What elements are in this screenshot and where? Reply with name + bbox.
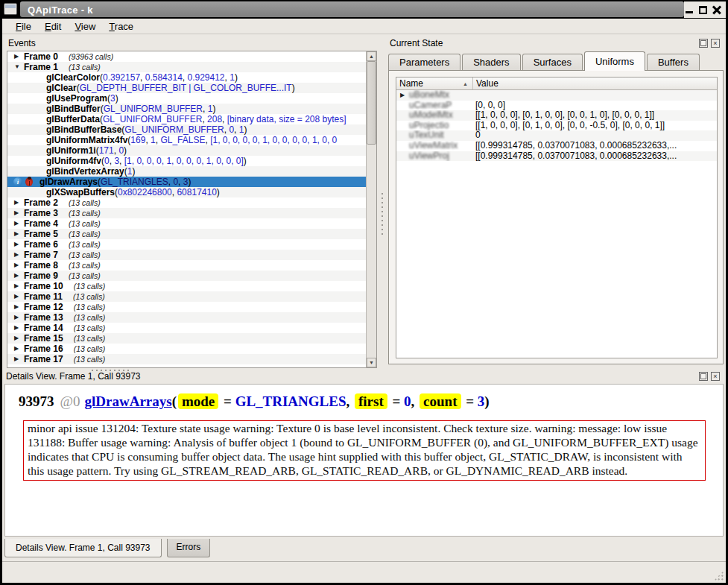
vertical-splitter[interactable] <box>381 192 384 236</box>
uniform-row[interactable]: uModelMtx[[1, 0, 0, 0], [0, 1, 0, 0], [0… <box>396 110 717 121</box>
events-panel: Events ▶Frame 0(93963 calls)▼Frame 1(13 … <box>4 35 377 368</box>
call-function-link[interactable]: glDrawArrays <box>85 393 172 409</box>
expand-arrow-icon[interactable]: ▶ <box>14 218 24 229</box>
tree-row-frame[interactable]: ▶Frame 16(13 calls) <box>7 344 366 354</box>
tree-row-frame[interactable]: ▶Frame 8(13 calls) <box>7 260 366 271</box>
tree-row-frame[interactable]: ▶Frame 14(13 calls) <box>7 323 366 333</box>
uniforms-table-header: Name ▲ Value <box>396 78 717 90</box>
uniform-name-blurred: uViewProj <box>409 151 449 162</box>
tree-row-call[interactable]: iglDrawArrays(GL_TRIANGLES, 0, 3) <box>7 177 366 187</box>
column-header-value[interactable]: Value <box>473 78 501 89</box>
call-function-name: glDrawArrays <box>39 177 98 187</box>
tree-row-call[interactable]: glUniform1i(171, 0) <box>7 145 366 156</box>
tab-shaders[interactable]: Shaders <box>462 54 520 71</box>
tree-row-frame[interactable]: ▶Frame 15(13 calls) <box>7 333 366 344</box>
expand-arrow-icon[interactable]: ▶ <box>14 344 24 354</box>
expand-arrow-icon[interactable]: ▶ <box>14 302 24 312</box>
tree-row-frame[interactable]: ▶Frame 12(13 calls) <box>7 302 366 312</box>
expand-arrow-icon[interactable]: ▶ <box>14 250 24 260</box>
scroll-up-icon[interactable]: ▲ <box>367 51 376 61</box>
param-value: GL_TRIANGLES <box>235 393 346 409</box>
param-value: 0 <box>404 393 411 409</box>
tree-row-call[interactable]: glClear(GL_DEPTH_BUFFER_BIT | GL_COLOR_B… <box>7 83 366 93</box>
tree-row-call[interactable]: glClearColor(0.392157, 0.584314, 0.92941… <box>7 72 366 83</box>
expand-arrow-icon[interactable]: ▶ <box>14 354 24 364</box>
uniform-name-blurred: uViewMatrix <box>409 141 458 151</box>
tab-surfaces[interactable]: Surfaces <box>522 54 583 71</box>
expand-arrow-icon[interactable]: ▶ <box>14 197 24 208</box>
minimize-icon[interactable] <box>686 6 694 14</box>
scroll-down-icon[interactable]: ▼ <box>367 358 376 367</box>
tab-details-view[interactable]: Details View. Frame 1, Call 93973 <box>4 539 162 557</box>
tree-row-frame[interactable]: ▶Frame 10(13 calls) <box>7 281 366 291</box>
collapse-arrow-icon[interactable]: ▼ <box>14 62 24 72</box>
expand-arrow-icon[interactable]: ▶ <box>14 333 24 344</box>
expand-arrow-icon[interactable]: ▶ <box>14 208 24 218</box>
tab-uniforms[interactable]: Uniforms <box>584 51 645 71</box>
tree-row-frame[interactable]: ▶Frame 6(13 calls) <box>7 239 366 250</box>
dock-float-icon[interactable] <box>699 39 708 48</box>
tree-row-call[interactable]: glBindVertexArray(1) <box>7 166 366 177</box>
tree-row-call[interactable]: glXSwapBuffers(0x802246800, 60817410) <box>7 187 366 197</box>
uniform-row[interactable]: ▶uBoneMtx <box>396 90 717 101</box>
column-header-name[interactable]: Name ▲ <box>396 78 473 89</box>
tree-row-call[interactable]: glBindBufferBase(GL_UNIFORM_BUFFER, 0, 1… <box>7 124 366 135</box>
uniform-row[interactable]: uCameraP[0, 0, 0] <box>396 101 717 111</box>
title-pill[interactable]: QApiTrace - k <box>20 1 684 17</box>
uniform-row[interactable]: uProjectio[[1, 0, 0, 0], [0, 1, 0, 0], [… <box>396 121 717 131</box>
details-title: Details View. Frame 1, Call 93973 <box>6 371 141 382</box>
scrollbar-thumb[interactable] <box>367 61 376 145</box>
tab-parameters[interactable]: Parameters <box>388 54 460 71</box>
details-header: Details View. Frame 1, Call 93973 × <box>2 368 726 384</box>
frame-call-count: (13 calls) <box>74 354 106 364</box>
expand-arrow-icon[interactable]: ▶ <box>14 229 24 239</box>
dock-close-icon[interactable]: × <box>711 372 720 381</box>
uniform-row[interactable]: uViewMatrix[[0.999314785, 0.0370071083, … <box>396 141 717 151</box>
size-grip[interactable] <box>714 571 724 581</box>
menu-view[interactable]: View <box>68 19 102 34</box>
expand-arrow-icon[interactable]: ▶ <box>400 90 409 101</box>
expand-arrow-icon[interactable]: ▶ <box>14 323 24 333</box>
uniform-row[interactable]: uTexUnit0 <box>396 130 717 141</box>
expand-arrow-icon[interactable]: ▶ <box>14 239 24 250</box>
tree-row-call[interactable]: glBindBuffer(GL_UNIFORM_BUFFER, 1) <box>7 104 366 114</box>
tree-row-frame[interactable]: ▶Frame 9(13 calls) <box>7 271 366 281</box>
tree-row-call[interactable]: glUniform4fv(0, 3, [1, 0, 0, 0, 1, 0, 0,… <box>7 156 366 166</box>
app-window-icon[interactable] <box>4 3 17 15</box>
expand-arrow-icon[interactable]: ▶ <box>14 51 24 62</box>
tree-row-frame[interactable]: ▶Frame 0(93963 calls) <box>7 51 366 62</box>
menu-edit[interactable]: Edit <box>38 19 68 34</box>
expand-arrow-icon[interactable]: ▶ <box>14 260 24 271</box>
frame-label: Frame 10 <box>24 281 63 291</box>
uniform-name-blurred: uBoneMtx <box>409 90 449 101</box>
tree-row-frame[interactable]: ▶Frame 13(13 calls) <box>7 312 366 323</box>
tree-row-frame[interactable]: ▶Frame 7(13 calls) <box>7 250 366 260</box>
tree-row-frame[interactable]: ▼Frame 1(13 calls) <box>7 62 366 72</box>
tree-row-frame[interactable]: ▶Frame 5(13 calls) <box>7 229 366 239</box>
maximize-icon[interactable] <box>699 6 707 14</box>
expand-arrow-icon[interactable]: ▶ <box>14 281 24 291</box>
expand-arrow-icon[interactable]: ▶ <box>14 291 24 302</box>
uniform-row[interactable]: uViewProj[[0.999314785, 0.0370071083, 0.… <box>396 151 717 162</box>
events-scrollbar[interactable]: ▲ ▼ <box>366 51 376 367</box>
expand-arrow-icon[interactable]: ▶ <box>14 312 24 323</box>
tab-buffers[interactable]: Buffers <box>647 54 700 71</box>
expand-arrow-icon[interactable]: ▶ <box>14 271 24 281</box>
menu-trace[interactable]: Trace <box>102 19 140 34</box>
tree-row-frame[interactable]: ▶Frame 2(13 calls) <box>7 197 366 208</box>
tab-errors[interactable]: Errors <box>167 539 211 557</box>
info-icon: i <box>13 177 22 186</box>
tree-row-frame[interactable]: ▶Frame 3(13 calls) <box>7 208 366 218</box>
tree-row-call[interactable]: glBufferData(GL_UNIFORM_BUFFER, 208, [bi… <box>7 114 366 124</box>
tree-row-call[interactable]: glUniformMatrix4fv(169, 1, GL_FALSE, [1,… <box>7 135 366 145</box>
menu-file[interactable]: File <box>9 19 38 34</box>
frame-label: Frame 16 <box>24 344 63 354</box>
tree-row-call[interactable]: glUseProgram(3) <box>7 93 366 104</box>
events-panel-title: Events <box>4 35 377 51</box>
dock-close-icon[interactable]: × <box>711 39 720 48</box>
close-icon[interactable] <box>712 5 721 14</box>
tree-row-frame[interactable]: ▶Frame 17(13 calls) <box>7 354 366 364</box>
tree-row-frame[interactable]: ▶Frame 4(13 calls) <box>7 218 366 229</box>
tree-row-frame[interactable]: ▶Frame 11(13 calls) <box>7 291 366 302</box>
dock-float-icon[interactable] <box>699 372 708 381</box>
